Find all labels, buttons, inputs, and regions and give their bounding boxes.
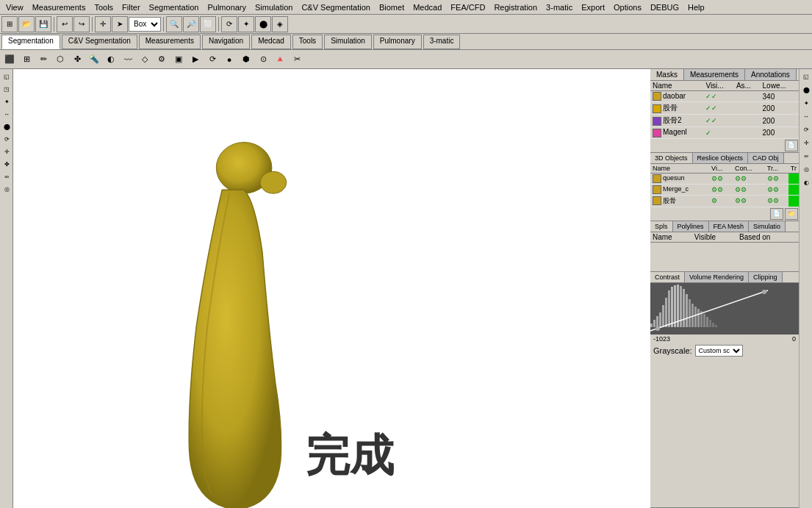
tb-grid-icon[interactable]: ⊞ [1,16,18,32]
table-row[interactable]: 股骨2 ✓✓ 200 [650,115,799,127]
tab-simulation[interactable]: Simulation [324,35,372,49]
tool-seg-icon4[interactable]: ⬡ [52,51,68,68]
tb-rect-icon[interactable]: ⬜ [200,16,216,32]
menu-tools[interactable]: Tools [90,1,118,13]
left-icon-4[interactable]: ↔ [1,108,12,120]
table-row[interactable]: 股骨 ✓✓ 200 [650,102,799,115]
tab-cv-segmentation[interactable]: C&V Segmentation [62,35,137,49]
tb-circle-icon[interactable]: ⬤ [255,16,271,32]
tb-undo-icon[interactable]: ↩ [57,16,73,32]
tab-navigation[interactable]: Navigation [202,35,250,49]
tab-measurements-panel[interactable]: Measurements [684,69,745,80]
tab-annotations[interactable]: Annotations [745,69,797,80]
left-icon-9[interactable]: ∞ [1,171,12,182]
grayscale-select[interactable]: Custom sc Standard Bone [695,345,743,357]
table-row[interactable]: daobar ✓✓ 340 [650,91,799,102]
menu-pulmonary[interactable]: Pulmonary [203,1,251,13]
tool-seg-icon14[interactable]: ● [221,51,237,68]
tool-seg-icon9[interactable]: ◇ [137,51,153,68]
menu-view[interactable]: View [1,1,28,13]
ri-icon-8[interactable]: ◎ [800,163,812,175]
tool-seg-icon12[interactable]: ▶ [187,51,204,68]
tb-redo-icon[interactable]: ↪ [73,16,90,32]
tb-cursor-icon[interactable]: ✛ [95,16,111,32]
ri-icon-4[interactable]: ↔ [800,110,812,122]
left-icon-2[interactable]: ◳ [1,83,12,95]
ri-icon-2[interactable]: ⬤ [800,84,812,96]
tb-arrow-icon[interactable]: ➤ [112,16,128,32]
menu-biomet[interactable]: Biomet [375,1,409,13]
obj-btn1[interactable]: 📄 [770,208,783,220]
tb-zoom-icon[interactable]: 🔍 [166,16,182,32]
ri-icon-5[interactable]: ⟳ [800,124,812,135]
tool-seg-icon3[interactable]: ✏ [35,51,51,68]
menu-help[interactable]: Help [683,1,709,13]
tab-simulatio[interactable]: Simulatio [749,221,786,232]
tab-volume-rendering[interactable]: Volume Rendering [685,272,749,282]
table-row[interactable]: quesun ⚙⚙ ⚙⚙ ⚙⚙ [650,173,799,184]
left-icon-6[interactable]: ⟳ [1,133,12,145]
ri-icon-9[interactable]: ◐ [800,176,812,188]
tab-medcad[interactable]: Medcad [251,35,291,49]
tool-seg-icon13[interactable]: ⟳ [204,51,220,68]
ri-icon-7[interactable]: ∞ [800,150,812,162]
tool-seg-icon16[interactable]: ⊙ [255,51,271,68]
tab-polylines[interactable]: Polylines [673,221,709,232]
tool-seg-icon11[interactable]: ▣ [170,51,187,68]
tb-diamond-icon[interactable]: ◈ [272,16,288,32]
tool-seg-icon5[interactable]: ✤ [69,51,85,68]
tool-seg-icon7[interactable]: ◐ [103,51,119,68]
menu-measurements[interactable]: Measurements [28,1,90,13]
menu-cv-segmentation[interactable]: C&V Segmentation [297,1,375,13]
tool-seg-icon6[interactable]: 🔦 [86,51,102,68]
tab-tools[interactable]: Tools [292,35,323,49]
tb-rotate-icon[interactable]: ⟳ [221,16,237,32]
tab-splines[interactable]: Spls [650,221,673,232]
ri-icon-1[interactable]: ◱ [800,71,812,82]
tab-segmentation[interactable]: Segmentation [1,35,60,49]
menu-filter[interactable]: Filter [118,1,144,13]
left-icon-7[interactable]: ✛ [1,146,12,157]
left-icon-5[interactable]: ⬤ [1,121,12,132]
tool-seg-icon2[interactable]: ⊞ [18,51,35,68]
tb-zoom-out-icon[interactable]: 🔎 [183,16,199,32]
ri-icon-6[interactable]: ✛ [800,137,812,149]
menu-segmentation[interactable]: Segmentation [145,1,204,13]
tool-seg-icon1[interactable]: ⬛ [1,51,18,68]
left-icon-3[interactable]: ✦ [1,96,12,107]
menu-registration[interactable]: Registration [489,1,542,13]
left-icon-10[interactable]: ◎ [1,183,12,195]
table-row[interactable]: Magenl ✓ 200 [650,127,799,138]
menu-3matic[interactable]: 3-matic [542,1,577,13]
menu-simulation[interactable]: Simulation [251,1,297,13]
tab-contrast[interactable]: Contrast [650,272,685,282]
box-select[interactable]: Box [129,17,161,32]
table-row[interactable]: Merge_c ⚙⚙ ⚙⚙ ⚙⚙ [650,184,799,195]
ri-icon-3[interactable]: ✦ [800,97,812,109]
obj-btn2[interactable]: 📁 [785,208,798,220]
tab-pulmonary[interactable]: Pulmonary [373,35,422,49]
tool-seg-icon8[interactable]: 〰 [120,51,136,68]
tab-fea-mesh[interactable]: FEA Mesh [709,221,750,232]
tool-seg-icon17[interactable]: 🔺 [272,51,288,68]
tool-seg-icon15[interactable]: ⬢ [238,51,254,68]
menu-fea-cfd[interactable]: FEA/CFD [446,1,489,13]
tab-cad-obj[interactable]: CAD Obj [748,153,784,163]
tb-star-icon[interactable]: ✦ [238,16,254,32]
menu-medcad[interactable]: Medcad [409,1,446,13]
tb-open-icon[interactable]: 📂 [18,16,35,32]
table-row[interactable]: 股骨 ⚙ ⚙⚙ ⚙⚙ [650,195,799,207]
tool-seg-icon10[interactable]: ⚙ [154,51,170,68]
tab-masks[interactable]: Masks [650,69,684,80]
tab-reslice-objects[interactable]: Reslice Objects [693,153,749,163]
tab-measurements[interactable]: Measurements [139,35,201,49]
menu-debug[interactable]: DEBUG [646,1,683,13]
tab-3d-objects[interactable]: 3D Objects [650,153,693,163]
menu-options[interactable]: Options [609,1,646,13]
tool-seg-icon18[interactable]: ✂ [289,51,305,68]
tb-save-icon[interactable]: 💾 [35,16,51,32]
left-icon-8[interactable]: ✤ [1,158,12,170]
tab-3matic[interactable]: 3-matic [423,35,461,49]
3d-viewport[interactable]: 完成 [13,69,650,508]
menu-export[interactable]: Export [577,1,609,13]
